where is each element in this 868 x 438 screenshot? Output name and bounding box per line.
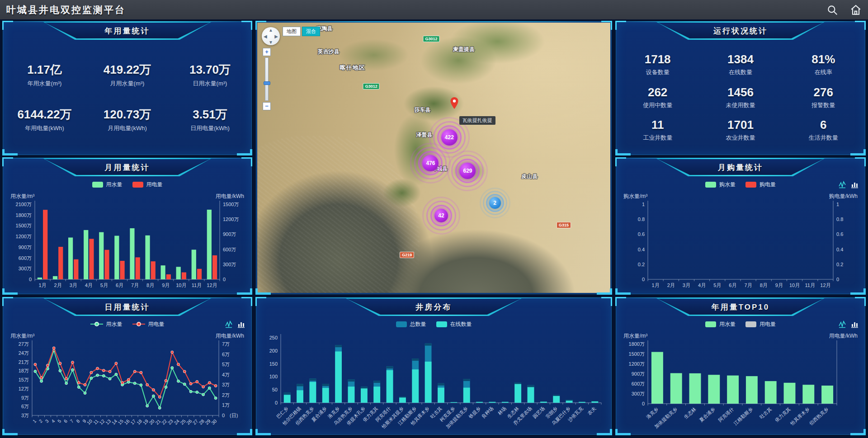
legend-label: 用电量	[760, 320, 776, 328]
home-icon[interactable]	[850, 4, 862, 16]
corner-accent	[241, 157, 252, 166]
map-type-button-map[interactable]: 地图	[283, 27, 301, 36]
legend-item[interactable]: 用水量	[92, 181, 123, 188]
stat-label: 年用电量(kWh)	[18, 124, 72, 132]
stat-label: 在线率	[811, 68, 835, 76]
svg-text:0.4: 0.4	[836, 247, 843, 252]
svg-text:4月: 4月	[85, 283, 93, 288]
svg-text:100: 100	[269, 374, 278, 379]
zoom-slider-handle[interactable]	[264, 81, 270, 85]
svg-text:2月: 2月	[667, 283, 675, 288]
corner-accent	[615, 21, 626, 30]
legend-label: 购电量	[760, 181, 776, 188]
map-cluster-marker[interactable]: 42	[434, 209, 448, 222]
svg-text:夏合浦乡: 夏合浦乡	[698, 406, 716, 423]
stat-label: 日用水量(m³)	[189, 80, 231, 88]
stat-value: 13.70万	[189, 62, 231, 78]
stat-value: 276	[811, 85, 835, 99]
svg-text:1800万: 1800万	[629, 341, 645, 347]
map-type-button-hybrid[interactable]: 混合	[302, 27, 320, 36]
stat-value: 419.22万	[104, 62, 151, 78]
svg-text:8月: 8月	[146, 283, 154, 288]
svg-text:伯西热克乡: 伯西热克乡	[808, 406, 829, 426]
legend-swatch	[92, 182, 103, 188]
legend-item[interactable]: 在线数量	[436, 320, 472, 328]
road-badge: G3012	[363, 83, 380, 89]
panel-title: 运行状况统计	[656, 22, 825, 40]
legend-label: 用电量	[146, 181, 163, 188]
bar-chart-toggle-icon[interactable]	[851, 181, 859, 188]
svg-text:11月: 11月	[192, 283, 202, 288]
legend-item[interactable]: 用电量	[132, 320, 165, 328]
legend-item[interactable]: 用水量	[705, 320, 736, 328]
svg-text:4月: 4月	[698, 283, 706, 288]
road-badge: G219	[400, 252, 414, 258]
corner-accent	[2, 21, 13, 30]
panel-header: 运行状况统计	[656, 22, 825, 40]
map-cluster-marker[interactable]: 2	[489, 197, 501, 209]
svg-text:0.2: 0.2	[836, 262, 843, 267]
svg-text:(日): (日)	[230, 413, 238, 418]
legend-label: 购水量	[719, 181, 736, 188]
svg-text:900万: 900万	[223, 231, 236, 237]
legend-item[interactable]: 用电量	[745, 320, 776, 328]
panel-title: 年用量统计	[43, 22, 212, 40]
line-chart-toggle-icon[interactable]	[839, 320, 846, 328]
svg-text:园艺场: 园艺场	[532, 405, 546, 419]
svg-text:用水量/m³: 用水量/m³	[623, 333, 647, 339]
legend-item[interactable]: 总数量	[396, 320, 426, 328]
svg-text:300万: 300万	[632, 391, 645, 396]
svg-text:林场: 林场	[496, 405, 507, 416]
panel-monthly-purchase: 月购量统计 购水量购电量 购水量/m³购电量/kWh00.20.40.60.81…	[616, 158, 865, 294]
panel-title: 井房分布	[345, 298, 523, 316]
corner-accent	[615, 297, 626, 306]
svg-text:9月: 9月	[775, 283, 783, 288]
stat-value: 6	[809, 118, 838, 132]
legend-item[interactable]: 用电量	[132, 181, 163, 188]
map-place-label: 莎车县	[415, 106, 431, 113]
satellite-map[interactable]: 克陶县英吉沙县喀什地区麦盖提县莎车县泽普县叶城县皮山县G3012G3012G31…	[257, 23, 610, 293]
zoom-in-button[interactable]: +	[263, 48, 271, 56]
legend-item[interactable]: 用水量	[90, 320, 123, 328]
map-cluster-marker[interactable]: 476	[422, 155, 439, 171]
zoom-slider-track[interactable]	[265, 57, 269, 101]
line-chart-toggle-icon[interactable]	[839, 181, 846, 188]
svg-text:7月: 7月	[131, 283, 139, 288]
zoom-out-button[interactable]: −	[263, 102, 271, 110]
map-pan-control[interactable]: ▲▼◀▶	[262, 27, 280, 45]
search-icon[interactable]	[826, 4, 838, 16]
stat-label: 工业井数量	[643, 134, 672, 142]
svg-text:1200万: 1200万	[629, 361, 645, 367]
stat-item: 3.51万日用电量(kWh)	[190, 107, 230, 132]
stat-item: 120.73万月用电量(kWh)	[104, 107, 151, 132]
corner-accent	[601, 297, 612, 306]
map-cluster-marker[interactable]: 629	[459, 163, 476, 179]
stat-label: 农业井数量	[726, 134, 755, 142]
map-pin-marker[interactable]	[450, 97, 458, 111]
svg-text:用电量/kWh: 用电量/kWh	[216, 193, 244, 199]
corner-accent	[855, 297, 866, 306]
bar-chart-toggle-icon[interactable]	[851, 320, 859, 328]
svg-text:0: 0	[836, 277, 839, 282]
line-chart-toggle-icon[interactable]	[225, 320, 233, 328]
svg-text:1800万: 1800万	[16, 212, 32, 218]
stat-value: 120.73万	[104, 107, 151, 122]
svg-text:9月: 9月	[162, 283, 170, 288]
panel-top10: 年用量TOP10 用水量用电量 用水量/m³用电量/kWh0300万600万90…	[616, 297, 865, 435]
svg-text:7月: 7月	[745, 283, 752, 288]
svg-text:900万: 900万	[632, 371, 645, 377]
svg-text:12万: 12万	[19, 386, 29, 391]
legend-item[interactable]: 购水量	[705, 181, 736, 188]
stat-item: 6生活井数量	[809, 118, 838, 142]
bar-chart-toggle-icon[interactable]	[237, 320, 245, 328]
svg-text:18万: 18万	[19, 368, 29, 373]
legend-item[interactable]: 购电量	[745, 181, 776, 188]
stat-label: 未使用数量	[726, 101, 755, 109]
map-cluster-marker[interactable]: 422	[441, 129, 458, 146]
svg-text:3万: 3万	[222, 382, 230, 387]
panel-header: 月购量统计	[656, 158, 825, 176]
page-title: 叶城县井电双控监测平台	[6, 4, 126, 16]
svg-text:4: 4	[50, 418, 56, 424]
legend-swatch	[436, 321, 447, 327]
stat-value: 1.17亿	[27, 62, 62, 78]
